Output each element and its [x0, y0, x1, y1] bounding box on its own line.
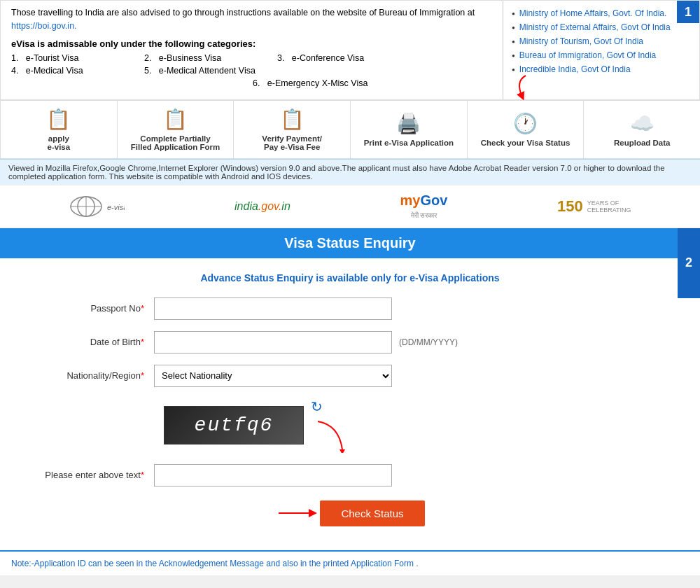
nationality-label: Nationality/Region* — [28, 370, 154, 381]
nav-btn-check-visa[interactable]: 🕐 Check your Visa Status — [468, 101, 584, 158]
reupload-icon: ☁️ — [630, 112, 654, 135]
section2: 2 Visa Status Enquiry Advance Status Enq… — [0, 228, 700, 575]
passport-label: Passport No* — [28, 303, 154, 314]
nav-btn-verify-payment-label: Verify Payment/Pay e-Visa Fee — [262, 134, 322, 151]
passport-input[interactable] — [154, 298, 392, 320]
evisa-item-6 — [284, 66, 388, 76]
nationality-row: Nationality/Region* Select Nationality — [28, 365, 672, 387]
captcha-actions: ↻ — [311, 398, 349, 453]
ministry-link-4[interactable]: Bureau of Immigration, Govt Of India — [512, 48, 691, 62]
evisa-row-2: 4. e-Medical Visa 5. e-Medical Attendent… — [11, 66, 492, 76]
compat-notice: Viewed in Mozilla Firefox,Google Chrome,… — [0, 159, 700, 185]
nav-buttons-bar: 📋 applye-visa 📋 Complete PartiallyFilled… — [0, 100, 700, 159]
check-visa-icon: 🕐 — [513, 112, 538, 135]
nav-btn-print-evisa-label: Print e-Visa Application — [364, 139, 454, 147]
nav-btn-complete-form[interactable]: 📋 Complete PartiallyFilled Application F… — [118, 101, 234, 158]
celebrating-text: CELEBRATING — [587, 206, 631, 214]
india-gov-text: india.gov.in — [234, 200, 290, 213]
nav-btn-verify-payment[interactable]: 📋 Verify Payment/Pay e-Visa Fee — [234, 101, 351, 158]
evisa-list: 1. e-Tourist Visa 2. e-Business Visa 3. … — [11, 53, 492, 88]
note-bar: Note:-Application ID can be seen in the … — [0, 550, 700, 575]
nav-btn-apply-evisa[interactable]: 📋 applye-visa — [0, 101, 118, 158]
nav-btn-check-visa-label: Check your Visa Status — [481, 139, 570, 147]
captcha-arrow-svg — [311, 418, 349, 453]
captcha-input[interactable] — [154, 464, 392, 486]
print-evisa-icon: 🖨️ — [396, 112, 421, 135]
ministry-tourism-link[interactable]: Ministry of Tourism, Govt Of India — [519, 36, 643, 46]
visa-status-header: Visa Status Enquiry — [0, 228, 700, 258]
please-enter-label: Please enter above text* — [28, 470, 154, 480]
mygov-sub-text: मेरी सरकार — [411, 211, 438, 220]
dob-input[interactable] — [154, 331, 392, 354]
bureau-immigration-link[interactable]: Bureau of Immigration, Govt Of India — [519, 50, 656, 60]
incredible-india-link[interactable]: Incredible India, Govt Of India — [519, 64, 631, 74]
captcha-text: eutfq6 — [195, 414, 274, 436]
years-150-text: 150 — [557, 197, 583, 216]
right-panel: Ministry of Home Affairs, Govt. Of India… — [503, 1, 699, 99]
section1: 1 Those travelling to India are also adv… — [0, 0, 700, 100]
boi-paragraph: Those travelling to India are also advis… — [11, 6, 492, 33]
ministry-link-2[interactable]: Ministry of External Affairs, Govt Of In… — [512, 20, 691, 34]
dob-row: Date of Birth* (DD/MM/YYYY) — [28, 331, 672, 354]
svg-text:e-visa: e-visa — [107, 203, 125, 211]
apply-evisa-icon: 📋 — [46, 108, 71, 131]
evisa-logo: e-visa — [69, 192, 125, 220]
mygov-text: myGov — [400, 192, 448, 209]
evisa-row-3: 6. e-Emergency X-Misc Visa — [11, 78, 492, 88]
logos-bar: e-visa india.gov.in myGov मेरी सरकार 150… — [0, 185, 700, 228]
please-enter-row: Please enter above text* — [28, 464, 672, 486]
nationality-select[interactable]: Select Nationality — [154, 365, 392, 387]
nav-btn-reupload[interactable]: ☁️ Reupload Data — [584, 101, 700, 158]
evisa-item-5: 5. e-Medical Attendent Visa — [144, 66, 255, 76]
evisa-categories: eVisa is admissable only under the follo… — [11, 38, 492, 88]
ministry-external-link[interactable]: Ministry of External Affairs, Govt Of In… — [519, 22, 671, 32]
visa-status-form: Advance Status Enquiry is available only… — [0, 258, 700, 550]
captcha-image: eutfq6 — [164, 406, 304, 444]
captcha-refresh-icon[interactable]: ↻ — [311, 398, 349, 415]
years-of-text: YEARS OF — [587, 200, 631, 206]
ministry-link-5[interactable]: Incredible India, Govt Of India — [512, 62, 691, 76]
nav-btn-reupload-label: Reupload Data — [614, 139, 671, 147]
check-btn-arrow-svg — [275, 503, 317, 524]
nav-btn-complete-form-label: Complete PartiallyFilled Application For… — [131, 134, 220, 151]
ministry-link-1[interactable]: Ministry of Home Affairs, Govt. Of India… — [512, 6, 691, 20]
section2-badge: 2 — [678, 228, 700, 298]
svg-marker-7 — [309, 509, 317, 517]
svg-marker-5 — [340, 449, 345, 453]
evisa-item-4: 4. e-Medical Visa — [11, 66, 116, 76]
dob-hint: (DD/MM/YYYY) — [399, 337, 458, 347]
verify-payment-icon: 📋 — [280, 108, 304, 131]
passport-row: Passport No* — [28, 298, 672, 320]
india-gov-logo: india.gov.in — [234, 200, 290, 213]
check-status-button[interactable]: Check Status — [320, 500, 424, 526]
advance-notice: Advance Status Enquiry is available only… — [28, 272, 672, 284]
years-logo: 150 YEARS OF CELEBRATING — [557, 197, 631, 216]
complete-form-icon: 📋 — [163, 108, 188, 131]
ministry-home-link[interactable]: Ministry of Home Affairs, Govt. Of India… — [519, 8, 667, 18]
section1-badge: 1 — [677, 1, 699, 23]
nav-btn-print-evisa[interactable]: 🖨️ Print e-Visa Application — [351, 101, 468, 158]
evisa-item-spacer — [11, 78, 116, 88]
evisa-item-2: 2. e-Business Visa — [144, 53, 249, 63]
evisa-item-6-label: 6. e-Emergency X-Misc Visa — [253, 78, 368, 88]
mygov-logo: myGov मेरी सरकार — [400, 192, 448, 220]
dob-label: Date of Birth* — [28, 337, 154, 347]
left-panel: Those travelling to India are also advis… — [1, 1, 503, 99]
ministry-link-3[interactable]: Ministry of Tourism, Govt Of India — [512, 34, 691, 48]
nav-btn-apply-evisa-label: applye-visa — [48, 134, 71, 151]
boi-link[interactable]: https://boi.gov.in. — [11, 21, 77, 31]
evisa-logo-svg: e-visa — [69, 192, 125, 220]
check-btn-row: Check Status — [28, 500, 672, 526]
captcha-row: eutfq6 ↻ — [28, 398, 672, 453]
evisa-heading: eVisa is admissable only under the follo… — [11, 38, 255, 49]
evisa-item-3: 3. e-Conference Visa — [277, 53, 382, 63]
ministry-links: Ministry of Home Affairs, Govt. Of India… — [512, 6, 691, 76]
evisa-item-1: 1. e-Tourist Visa — [11, 53, 116, 63]
evisa-row-1: 1. e-Tourist Visa 2. e-Business Visa 3. … — [11, 53, 492, 63]
